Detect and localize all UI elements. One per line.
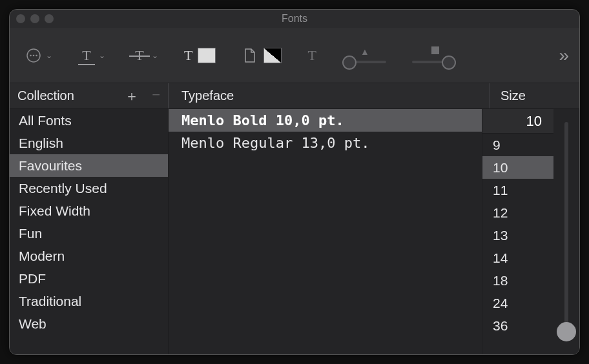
chevron-down-icon: ⌄ <box>46 51 52 60</box>
typeface-header: Typeface <box>169 83 490 108</box>
collection-item[interactable]: English <box>10 132 168 154</box>
size-column: 10 91011121314182436 <box>482 109 553 354</box>
svg-point-1 <box>30 54 32 56</box>
collection-item[interactable]: Fun <box>10 222 168 245</box>
collection-item[interactable]: Fixed Width <box>10 199 168 222</box>
underline-menu[interactable]: T ⌄ <box>78 47 105 64</box>
svg-point-3 <box>36 54 37 56</box>
size-option[interactable]: 11 <box>482 179 553 201</box>
typeface-header-label: Typeface <box>181 88 234 103</box>
slider-thumb[interactable] <box>342 56 356 70</box>
typeface-item[interactable]: Menlo Bold 10,0 pt. <box>169 109 482 132</box>
collection-item[interactable]: Traditional <box>10 290 168 312</box>
shadow-opacity-slider[interactable]: ▲ <box>342 41 386 70</box>
size-option[interactable]: 9 <box>482 134 553 156</box>
collection-item[interactable]: Favourites <box>10 154 168 177</box>
collection-item[interactable]: All Fonts <box>10 109 168 132</box>
shadow-blur-slider[interactable] <box>412 41 456 70</box>
size-list[interactable]: 91011121314182436 <box>482 134 553 337</box>
remove-collection-button[interactable]: − <box>152 86 160 106</box>
window-controls <box>16 14 54 23</box>
strikethrough-icon: T <box>131 47 148 64</box>
slider-thumb[interactable] <box>442 56 456 70</box>
underline-icon: T <box>78 47 95 64</box>
actions-menu[interactable]: ⌄ <box>25 47 52 64</box>
shadow-icon: T <box>307 47 316 64</box>
text-color-icon: T <box>184 47 192 64</box>
size-field[interactable]: 10 <box>482 109 553 134</box>
text-color-swatch[interactable] <box>198 48 216 63</box>
typeface-list[interactable]: Menlo Bold 10,0 pt.Menlo Regular 13,0 pt… <box>169 109 482 354</box>
collection-item[interactable]: Recently Used <box>10 177 168 199</box>
toolbar-overflow-button[interactable]: » <box>559 45 566 66</box>
svg-point-2 <box>33 54 35 56</box>
size-option[interactable]: 24 <box>482 292 553 314</box>
collection-list[interactable]: All FontsEnglishFavouritesRecently UsedF… <box>10 109 169 354</box>
collection-item[interactable]: PDF <box>10 267 168 290</box>
typeface-item[interactable]: Menlo Regular 13,0 pt. <box>169 132 482 154</box>
add-collection-button[interactable]: ＋ <box>125 86 139 106</box>
size-slider[interactable] <box>553 109 579 354</box>
column-headers: Collection ＋ − Typeface Size <box>10 83 579 109</box>
document-color-picker[interactable] <box>242 47 282 64</box>
zoom-button[interactable] <box>45 14 54 23</box>
size-option[interactable]: 18 <box>482 269 553 292</box>
fonts-window: Fonts ⌄ T ⌄ T ⌄ T T <box>9 9 580 355</box>
text-shadow-toggle[interactable]: T <box>307 47 316 64</box>
size-header: Size <box>490 83 579 108</box>
chevron-double-right-icon: » <box>559 45 566 65</box>
close-button[interactable] <box>16 14 25 23</box>
document-icon <box>242 47 258 64</box>
titlebar: Fonts <box>10 10 579 28</box>
collection-item[interactable]: Web <box>10 312 168 335</box>
minimize-button[interactable] <box>30 14 39 23</box>
chevron-down-icon: ⌄ <box>99 51 105 60</box>
collection-header: Collection ＋ − <box>10 83 169 108</box>
size-option[interactable]: 12 <box>482 201 553 224</box>
size-option[interactable]: 36 <box>482 314 553 337</box>
slider-track <box>564 122 568 341</box>
strikethrough-menu[interactable]: T ⌄ <box>131 47 158 64</box>
chevron-down-icon: ⌄ <box>152 51 158 60</box>
triangle-icon: ▲ <box>360 46 369 57</box>
toolbar: ⌄ T ⌄ T ⌄ T T ▲ <box>10 28 579 83</box>
size-option[interactable]: 14 <box>482 247 553 269</box>
ellipsis-circle-icon <box>25 47 42 64</box>
document-color-swatch[interactable] <box>264 48 282 63</box>
text-color-picker[interactable]: T <box>184 47 216 64</box>
collection-item[interactable]: Modern <box>10 245 168 267</box>
size-option[interactable]: 13 <box>482 224 553 247</box>
panel-body: All FontsEnglishFavouritesRecently UsedF… <box>10 109 579 354</box>
size-option[interactable]: 10 <box>482 156 553 179</box>
collection-header-label: Collection <box>17 88 74 103</box>
size-header-label: Size <box>501 88 526 103</box>
square-icon <box>431 46 439 54</box>
window-title: Fonts <box>10 13 579 25</box>
slider-thumb[interactable] <box>557 322 576 341</box>
